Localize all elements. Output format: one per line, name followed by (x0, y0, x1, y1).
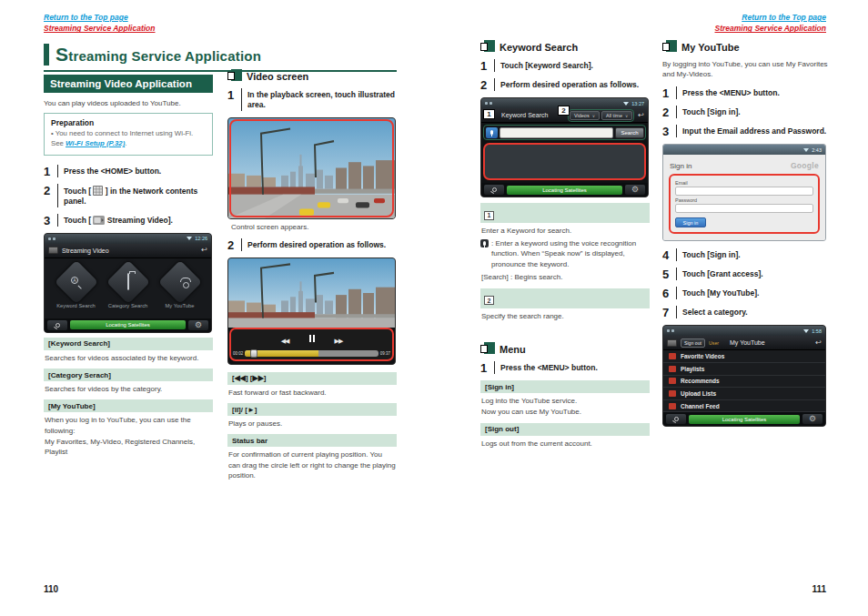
preparation-title: Preparation (51, 118, 206, 127)
password-label: Password (675, 197, 813, 203)
map-search-button (47, 320, 67, 330)
signin-body: Sign in Google Email Password Sign in (663, 155, 825, 240)
return-top-link[interactable]: Return to the Top page (715, 12, 827, 23)
column-1: Streaming Video Application You can play… (44, 75, 213, 458)
clock: 2:43 (812, 147, 822, 153)
chevron-down-icon (592, 113, 595, 118)
def-desc: Plays or pauses. (227, 416, 397, 429)
type-dropdown: Videos (570, 111, 600, 120)
step-1: 1 Press the <MENU> button. (480, 361, 650, 374)
caption: Control screen appears. (231, 223, 397, 231)
keyword-search-heading: Keyword Search (480, 40, 650, 54)
back-icon (201, 247, 207, 254)
list-item: Upload Lists (663, 388, 825, 400)
step-number: 7 (662, 306, 674, 318)
step-7: 7 Select a category. (662, 306, 828, 318)
search-button: Search (615, 127, 643, 138)
step-text: Press the <MENU> button. (500, 361, 598, 374)
manual-page-spread: Return to the Top page Streaming Service… (0, 0, 868, 616)
magnifier-icon (492, 187, 497, 192)
step-2: 2 Touch [Sign in]. (662, 106, 828, 118)
chevron-down-icon (625, 113, 628, 118)
def-desc: For confirmation of current playing posi… (227, 447, 397, 481)
microphone-icon (480, 239, 489, 247)
settings-button (802, 414, 823, 424)
screen-heading-icon (480, 40, 495, 54)
keyword-search-button: A Keyword Search (53, 263, 100, 308)
voice-note: : Enter a keyword using the voice recogn… (480, 238, 650, 269)
intro-text: By logging into YouTube, you can use My … (662, 59, 828, 79)
step-6: 6 Touch [My YouTube]. (662, 287, 828, 299)
def-term: Status bar (227, 434, 397, 447)
note-text: Enter a Keyword for search. (480, 223, 650, 237)
my-youtube-button: My YouTube (156, 263, 204, 308)
page-number-left: 110 (44, 584, 58, 594)
step-text: Press the <HOME> button. (64, 165, 161, 177)
magnifier-icon (56, 323, 60, 328)
section-link[interactable]: Streaming Service Application (44, 23, 156, 34)
gps-status: Locating Satellites (70, 320, 186, 329)
step-3: 3 Input the Email address and Password. (662, 125, 828, 137)
search-range-highlight: Videos All time (568, 109, 634, 122)
menu-body: A Keyword Search Category Search My YouT… (45, 258, 211, 318)
def-term: [My YouTube] (44, 399, 213, 412)
note-text: Specify the search range. (480, 308, 650, 322)
note-2-header: 2 (480, 288, 650, 308)
step-text: Touch [Grant access]. (682, 268, 763, 280)
intro-text: You can play videos uploaded to YouTube. (44, 98, 213, 108)
device-title-bar: 1 Keyword Search 2 Videos All time (481, 108, 648, 123)
step-1: 1 In the playback screen, touch illustra… (227, 88, 397, 111)
elapsed-time: 00:02 (233, 351, 243, 356)
breadcrumb-left: Return to the Top page Streaming Service… (44, 12, 156, 35)
step-text: Perform desired operation as follows. (247, 238, 386, 251)
screenshot-google-signin: 2:43 Sign in Google Email Password Sign … (662, 144, 826, 241)
settings-button (625, 185, 645, 195)
app-icon (48, 247, 58, 254)
def-desc: My Favorites, My-Video, Registered Chann… (44, 437, 213, 458)
progress-handle (250, 349, 257, 358)
wifi-icon (623, 102, 629, 106)
note-number: 2 (484, 296, 494, 305)
step-1: 1 Press the <HOME> button. (44, 165, 213, 177)
step-text: Perform desired operation as follows. (500, 78, 639, 91)
return-top-link[interactable]: Return to the Top page (44, 12, 156, 23)
microphone-icon (490, 130, 493, 135)
time-dropdown: All time (601, 111, 632, 120)
clock: 13:27 (631, 101, 644, 106)
step-text: In the playback screen, touch illustrate… (247, 88, 397, 111)
step-number: 3 (662, 125, 674, 137)
progress-track (245, 350, 378, 357)
step-number: 1 (662, 86, 674, 99)
screen-title: Streaming Video (62, 247, 109, 254)
def-desc: Fast forward or fast backward. (227, 385, 397, 399)
fast-forward-icon (335, 330, 343, 347)
screen-title: Keyword Search (501, 112, 548, 118)
def-desc: When you log in to YouTube, you can use … (44, 412, 213, 436)
column-2: Video screen 1 In the playback screen, t… (227, 69, 397, 481)
back-icon (815, 339, 822, 347)
def-term: [II]/ [►] (227, 403, 397, 416)
wifi-setup-link[interactable]: Wi-Fi Setup (P.32) (66, 139, 125, 147)
chapter-title: Streaming Service Application (44, 44, 397, 72)
callout-2: 2 (558, 106, 570, 116)
recommends-icon (669, 378, 676, 384)
rewind-icon (281, 330, 289, 347)
upload-icon (669, 390, 676, 397)
page-title: treaming Service Application (68, 48, 261, 64)
pause-icon (309, 335, 315, 342)
def-term: [Sign out] (480, 423, 650, 436)
section-link[interactable]: Streaming Service Application (715, 23, 827, 34)
gear-icon (809, 415, 816, 423)
wifi-icon (803, 329, 809, 333)
email-label: Email (675, 180, 813, 186)
device-title-bar: Streaming Video (45, 244, 211, 258)
password-field (675, 204, 813, 213)
step-1: 1 Press the <MENU> button. (662, 86, 828, 99)
title-initial: S (56, 44, 68, 65)
status-bar: 00:02 09:37 (231, 348, 392, 359)
search-icon: A (71, 277, 82, 288)
video-screen-heading: Video screen (227, 69, 397, 83)
playback-controls (231, 329, 392, 348)
def-desc: Log into the YouTube service. (480, 393, 650, 407)
channel-icon (669, 403, 676, 409)
